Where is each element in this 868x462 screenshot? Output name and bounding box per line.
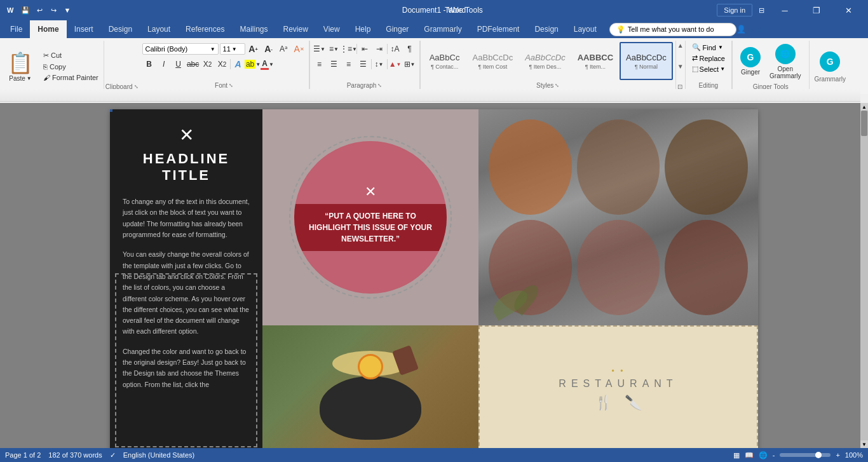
tab-layout2[interactable]: Layout [566,20,604,38]
font-color-button[interactable]: A▼ [261,57,275,71]
redo-button[interactable]: ↪ [47,4,60,17]
style-item-des[interactable]: AaBbCcDc ¶ Item Des... [519,42,571,80]
grammarly-group-label: Grammarly [815,74,846,84]
left-column-icon: ✕ [123,125,250,146]
show-formatting-button[interactable]: ¶ [403,42,417,56]
tab-pdfelement[interactable]: PDFelement [470,20,527,38]
decrease-indent-button[interactable]: ⇤ [358,42,372,56]
format-painter-button[interactable]: 🖌 Format Painter [41,72,101,83]
tab-design2[interactable]: Design [527,20,566,38]
subscript-button[interactable]: X2 [201,57,215,71]
style-preview-item: AABBCC [578,53,613,62]
style-contact[interactable]: AaBbCc ¶ Contac... [423,42,466,80]
tab-file[interactable]: File [3,20,30,38]
zoom-slider[interactable] [780,453,831,457]
undo-button[interactable]: ↩ [33,4,46,17]
scroll-up-button[interactable]: ▲ [860,103,868,111]
tab-help[interactable]: Help [348,20,379,38]
share-button[interactable]: 👤 Share [736,25,768,34]
styles-list: AaBbCc ¶ Contac... AaBbCcDc ¶ Item Cost … [423,42,673,80]
view-web-icon[interactable]: 🌐 [759,451,768,459]
tab-home[interactable]: Home [30,20,66,38]
ginger-content: G Ginger 🌐 OpenGrammarly [738,41,803,82]
customize-qat-button[interactable]: ▼ [61,4,74,17]
zoom-out-button[interactable]: - [773,451,775,459]
underline-button[interactable]: U [172,57,186,71]
superscript-button[interactable]: X2 [215,57,229,71]
style-normal[interactable]: AaBbCcDc ¶ Normal [620,42,673,80]
proofing-icon: ✓ [110,451,116,459]
open-grammarly-button[interactable]: 🌐 OpenGrammarly [767,41,803,82]
restore-button[interactable]: ❐ [802,0,831,20]
scroll-thumb[interactable] [861,111,867,136]
copy-button[interactable]: ⎘ Copy [41,62,101,72]
save-button[interactable]: 💾 [19,4,32,17]
view-read-icon[interactable]: 📖 [745,451,754,459]
align-right-button[interactable]: ≡ [342,57,356,71]
paste-button[interactable]: 📋 Paste▼ [3,41,38,92]
font-expand-icon[interactable]: ⤡ [229,83,233,88]
styles-scroll-up[interactable]: ▲ [677,42,684,49]
change-case-button[interactable]: Aᵃ [277,42,291,56]
align-center-button[interactable]: ☰ [327,57,341,71]
tab-view[interactable]: View [316,20,348,38]
sort-button[interactable]: ↕A [388,42,402,56]
move-handle[interactable]: ✛ [110,109,112,112]
tab-review[interactable]: Review [275,20,315,38]
font-size-selector[interactable]: 11 ▼ [220,43,245,55]
font-increase-button[interactable]: A+ [247,42,261,56]
restore-ribbon-button[interactable]: ⊟ [755,4,768,17]
vertical-scrollbar[interactable]: ▲ ▼ [860,103,868,448]
tab-mailings[interactable]: Mailings [232,20,275,38]
scroll-track[interactable] [860,111,868,440]
share-label: Share [748,25,768,34]
right-bottom-logo: • • RESTAURANT 🍴 🔪 [478,325,758,448]
zoom-in-button[interactable]: + [836,451,839,459]
justify-button[interactable]: ☰ [356,57,370,71]
tab-insert[interactable]: Insert [67,20,101,38]
text-effects-button[interactable]: A [231,57,245,71]
multilevel-list-button[interactable]: ⋮≡▼ [342,42,356,56]
text-highlight-button[interactable]: ab▼ [246,57,260,71]
paragraph-expand-icon[interactable]: ⤡ [377,83,382,88]
bullets-button[interactable]: ☰▼ [313,42,327,56]
replace-label: Replace [700,55,725,62]
minimize-button[interactable]: ─ [770,0,799,20]
font-decrease-button[interactable]: A- [262,42,276,56]
styles-expand-icon[interactable]: ⤡ [555,83,559,88]
increase-indent-button[interactable]: ⇥ [372,42,386,56]
cut-button[interactable]: ✂ Cut [41,50,101,61]
select-button[interactable]: ⬚ Select ▼ [689,64,728,74]
tab-layout[interactable]: Layout [140,20,178,38]
strikethrough-button[interactable]: abc [186,57,200,71]
center-top: ✕ “PUT A QUOTE HERE TO HIGHLIGHT THIS IS… [262,109,478,325]
style-item-cost[interactable]: AaBbCcDc ¶ Item Cost [467,42,519,80]
tab-grammarly[interactable]: Grammarly [416,20,469,38]
tab-references[interactable]: References [178,20,232,38]
font-family-selector[interactable]: Calibri (Body) ▼ [142,43,219,55]
align-left-button[interactable]: ≡ [313,57,327,71]
italic-button[interactable]: I [157,57,171,71]
paragraph-group: ☰▼ ≡▼ ⋮≡▼ ⇤ ⇥ ↕A ¶ ≡ ☰ ≡ ☰ ↕▼ ▲▼ ⊞▼ [310,41,420,92]
borders-button[interactable]: ⊞▼ [403,57,417,71]
tab-ginger[interactable]: Ginger [378,20,416,38]
para-divider2 [387,44,388,53]
numbering-button[interactable]: ≡▼ [327,42,341,56]
ginger-label: Ginger [741,69,760,76]
grammarly-button[interactable]: G [817,49,843,74]
view-normal-icon[interactable]: ▦ [733,451,740,459]
styles-scroll-down[interactable]: ▼ [677,63,684,70]
tab-design[interactable]: Design [101,20,140,38]
scroll-down-button[interactable]: ▼ [860,440,868,448]
shading-button[interactable]: ▲▼ [388,57,402,71]
ginger-button[interactable]: G Ginger [738,44,763,78]
find-button[interactable]: 🔍 Find ▼ [689,42,728,53]
close-button[interactable]: ✕ [834,0,863,20]
tell-me-input[interactable]: 💡 Tell me what you want to do [609,23,736,36]
style-item[interactable]: AABBCC ¶ Item... [572,42,619,80]
replace-button[interactable]: ⇄ Replace [689,53,728,64]
signin-button[interactable]: Sign in [717,4,752,17]
bold-button[interactable]: B [142,57,156,71]
line-spacing-button[interactable]: ↕▼ [372,57,386,71]
clear-formatting-button[interactable]: A✕ [292,42,306,56]
